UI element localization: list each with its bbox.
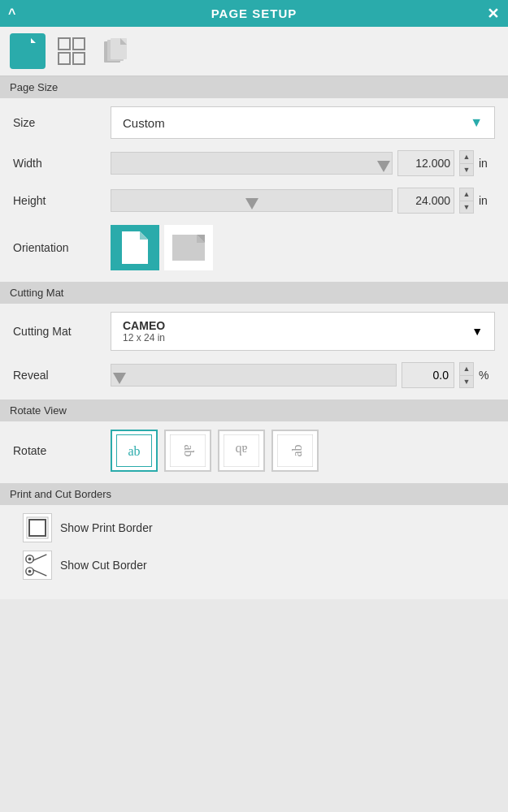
cutting-mat-dropdown[interactable]: CAMEO 12 x 24 in ▼ xyxy=(111,312,495,351)
orientation-row: Orientation xyxy=(13,225,495,270)
orientation-label: Orientation xyxy=(13,241,111,254)
height-spinner-up[interactable]: ▲ xyxy=(460,188,473,201)
svg-rect-2 xyxy=(59,38,70,50)
width-unit: in xyxy=(479,157,495,170)
cutting-mat-row: Cutting Mat CAMEO 12 x 24 in ▼ xyxy=(13,312,495,351)
mat-name: CAMEO xyxy=(123,319,165,332)
width-input[interactable]: 12.000 xyxy=(397,150,454,176)
rotate-row: Rotate ab ab ab xyxy=(13,430,495,472)
orientation-controls xyxy=(111,225,495,270)
cutting-mat-controls: CAMEO 12 x 24 in ▼ xyxy=(111,312,495,351)
rotate-view-header: Rotate View xyxy=(0,400,508,421)
reveal-slider[interactable] xyxy=(111,364,397,387)
cutting-mat-text: CAMEO 12 x 24 in xyxy=(123,319,165,343)
height-row: Height 24.000 ▲ ▼ in xyxy=(13,188,495,214)
print-border-checkbox[interactable] xyxy=(23,513,52,542)
cut-border-checkbox[interactable] xyxy=(23,551,52,580)
height-label: Height xyxy=(13,194,111,207)
rotate-0-button[interactable]: ab xyxy=(111,430,158,472)
cutting-mat-dropdown-arrow: ▼ xyxy=(471,325,483,338)
height-slider-thumb xyxy=(245,198,258,209)
svg-line-29 xyxy=(33,555,46,561)
dialog-title: PAGE SETUP xyxy=(211,6,297,20)
svg-point-32 xyxy=(28,570,32,573)
reveal-input[interactable]: 0.0 xyxy=(402,362,454,388)
reveal-controls: 0.0 ▲ ▼ % xyxy=(111,362,495,388)
svg-text:ab: ab xyxy=(235,443,247,457)
width-spinner-up[interactable]: ▲ xyxy=(460,151,473,164)
height-spinner: ▲ ▼ xyxy=(459,188,474,214)
single-page-button[interactable] xyxy=(10,33,46,69)
reveal-row: Reveal 0.0 ▲ ▼ % xyxy=(13,362,495,388)
width-slider-thumb xyxy=(377,161,390,172)
height-slider[interactable] xyxy=(111,189,393,212)
width-slider[interactable] xyxy=(111,152,393,175)
width-spinner: ▲ ▼ xyxy=(459,150,474,176)
size-dropdown-arrow: ▼ xyxy=(470,115,483,130)
svg-text:ab: ab xyxy=(290,444,304,456)
width-spinner-down[interactable]: ▼ xyxy=(460,164,473,176)
grid-page-button[interactable] xyxy=(54,33,89,69)
width-label: Width xyxy=(13,157,111,170)
size-dropdown-value: Custom xyxy=(123,116,165,130)
collapse-button[interactable]: ^ xyxy=(8,6,16,21)
size-label: Size xyxy=(13,116,111,129)
width-row: Width 12.000 ▲ ▼ in xyxy=(13,150,495,176)
svg-rect-8 xyxy=(111,38,127,59)
size-controls: Custom ▼ xyxy=(111,106,495,139)
reveal-label: Reveal xyxy=(13,369,111,382)
rotate-270-button[interactable]: ab xyxy=(271,430,319,472)
size-dropdown[interactable]: Custom ▼ xyxy=(111,106,495,139)
cut-border-label: Show Cut Border xyxy=(60,559,147,572)
size-row: Size Custom ▼ xyxy=(13,106,495,139)
print-border-label: Show Print Border xyxy=(60,521,153,534)
width-controls: 12.000 ▲ ▼ in xyxy=(111,150,495,176)
cut-border-row: Show Cut Border xyxy=(13,551,495,580)
rotate-controls: ab ab ab ab xyxy=(111,430,495,472)
rotate-label: Rotate xyxy=(13,444,111,457)
cutting-mat-label: Cutting Mat xyxy=(13,325,111,338)
portrait-button[interactable] xyxy=(111,225,159,270)
page-size-header: Page Size xyxy=(0,76,508,98)
height-spinner-down[interactable]: ▼ xyxy=(460,201,473,214)
print-cut-header: Print and Cut Borders xyxy=(0,483,508,505)
mat-size: 12 x 24 in xyxy=(123,332,165,343)
reveal-unit: % xyxy=(479,369,495,382)
svg-text:ab: ab xyxy=(128,444,140,458)
svg-rect-5 xyxy=(73,53,85,64)
height-input[interactable]: 24.000 xyxy=(397,188,454,214)
multi-page-button[interactable] xyxy=(98,33,133,69)
cutting-mat-header: Cutting Mat xyxy=(0,282,508,304)
print-border-row: Show Print Border xyxy=(13,513,495,542)
page-size-section: Size Custom ▼ Width 12.000 ▲ ▼ in Height xyxy=(0,98,508,282)
svg-line-30 xyxy=(33,570,46,577)
svg-point-31 xyxy=(28,558,32,561)
reveal-spinner-up[interactable]: ▲ xyxy=(460,363,473,376)
title-bar: ^ PAGE SETUP ✕ xyxy=(0,0,508,27)
landscape-button[interactable] xyxy=(164,225,213,270)
height-unit: in xyxy=(479,194,495,207)
reveal-spinner-down[interactable]: ▼ xyxy=(460,376,473,388)
print-cut-section: Show Print Border Show Cut Border xyxy=(0,505,508,599)
svg-text:ab: ab xyxy=(182,444,196,456)
rotate-view-section: Rotate ab ab ab xyxy=(0,421,508,483)
reveal-spinner: ▲ ▼ xyxy=(459,362,474,388)
svg-rect-3 xyxy=(73,38,85,50)
reveal-slider-thumb xyxy=(113,373,126,384)
toolbar xyxy=(0,27,508,76)
rotate-180-button[interactable]: ab xyxy=(218,430,265,472)
height-controls: 24.000 ▲ ▼ in xyxy=(111,188,495,214)
close-button[interactable]: ✕ xyxy=(487,5,500,23)
cutting-mat-section: Cutting Mat CAMEO 12 x 24 in ▼ Reveal 0.… xyxy=(0,304,508,400)
rotate-90-button[interactable]: ab xyxy=(164,430,211,472)
svg-rect-4 xyxy=(59,53,70,64)
